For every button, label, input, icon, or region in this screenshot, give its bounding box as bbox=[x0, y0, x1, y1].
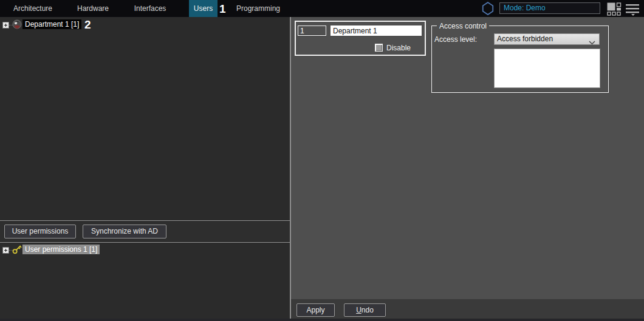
tab-users[interactable]: Users bbox=[189, 0, 218, 17]
tab-hardware[interactable]: Hardware bbox=[69, 0, 117, 17]
access-level-select[interactable]: Access forbidden bbox=[494, 33, 600, 45]
undo-label-rest: ndo bbox=[361, 306, 374, 314]
department-icon bbox=[12, 19, 22, 32]
hexagon-logo-icon bbox=[481, 2, 495, 15]
user-permissions-button[interactable]: User permissions bbox=[4, 225, 76, 238]
key-icon bbox=[12, 245, 22, 257]
access-control-title: Access control bbox=[437, 22, 489, 30]
permissions-tree-panel: User permissions 1 [1] bbox=[0, 243, 290, 321]
access-level-value: Access forbidden bbox=[497, 35, 553, 43]
undo-button[interactable]: Undo bbox=[344, 303, 386, 317]
undo-accelerator: U bbox=[356, 306, 361, 314]
department-id-input[interactable] bbox=[298, 25, 326, 36]
tab-architecture[interactable]: Architecture bbox=[9, 0, 57, 17]
disable-label: Disable bbox=[386, 44, 411, 52]
tree-item-department[interactable]: Department 1 [1] bbox=[22, 19, 81, 29]
expand-plus-icon[interactable] bbox=[2, 22, 9, 29]
apply-button[interactable]: Apply bbox=[296, 303, 335, 317]
access-level-label: Access level: bbox=[434, 35, 477, 44]
synchronize-with-ad-button[interactable]: Synchronize with AD bbox=[83, 225, 166, 238]
chevron-down-icon bbox=[589, 38, 595, 48]
top-tab-bar: Architecture Hardware Interfaces Users P… bbox=[0, 0, 644, 17]
callout-step-2: 2 bbox=[84, 18, 91, 32]
tree-item-user-permissions[interactable]: User permissions 1 [1] bbox=[22, 245, 100, 254]
department-name-input[interactable] bbox=[331, 25, 422, 36]
tab-programming[interactable]: Programming bbox=[233, 0, 283, 17]
access-levels-listbox[interactable] bbox=[494, 49, 600, 88]
tab-interfaces[interactable]: Interfaces bbox=[126, 0, 174, 17]
expand-plus-icon[interactable] bbox=[2, 247, 9, 254]
hamburger-menu-icon[interactable] bbox=[626, 3, 640, 16]
mode-indicator[interactable]: Mode: Demo bbox=[499, 2, 600, 14]
window-bottom-edge bbox=[0, 319, 644, 321]
disable-checkbox[interactable] bbox=[375, 44, 383, 52]
departments-tree-panel: Department 1 [1] 2 bbox=[0, 17, 290, 220]
application-window: Architecture Hardware Interfaces Users P… bbox=[0, 0, 644, 321]
layout-grid-icon[interactable] bbox=[607, 2, 622, 16]
callout-step-1: 1 bbox=[219, 1, 226, 17]
